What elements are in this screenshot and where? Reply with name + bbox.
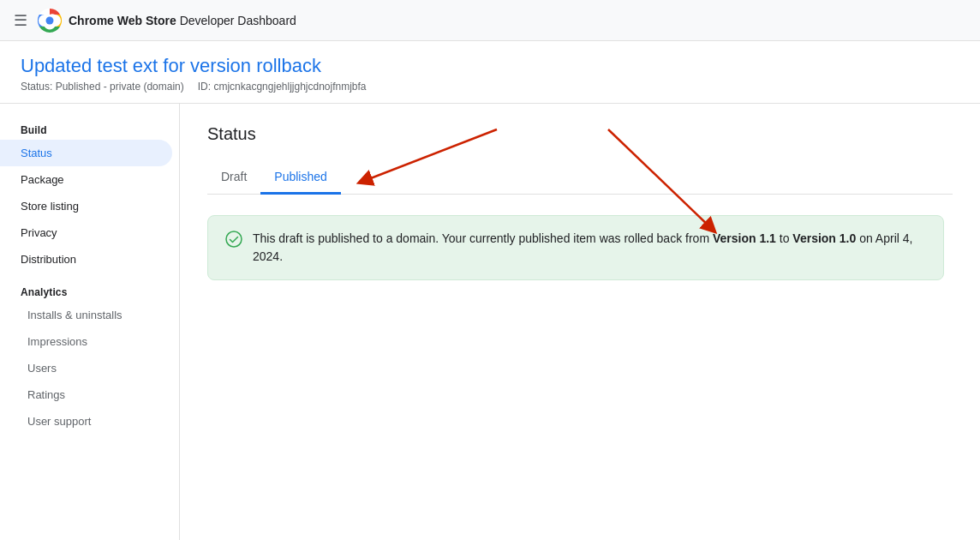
topbar: ☰ Chrome Web Store Developer Dashboard [0,0,980,41]
status-message-box: This draft is published to a domain. You… [207,215,944,280]
sidebar-item-installs[interactable]: Installs & uninstalls [0,302,172,328]
sidebar-build-label: Build [0,117,179,140]
version-to: Version 1.0 [792,231,856,245]
logo-container: Chrome Web Store Developer Dashboard [38,9,296,33]
sidebar-analytics-label: Analytics [0,279,179,302]
sidebar-item-distribution[interactable]: Distribution [0,246,172,273]
extension-id-label: ID: cmjcnkacgngjehljjghjcdnojfnmjbfa [198,81,367,93]
check-circle-icon [225,231,242,248]
chrome-logo-icon [38,9,62,33]
sidebar-item-users[interactable]: Users [0,355,172,381]
sidebar-item-user-support[interactable]: User support [0,408,172,435]
svg-point-2 [46,16,54,24]
tab-draft[interactable]: Draft [207,161,260,195]
menu-icon[interactable]: ☰ [14,11,27,30]
topbar-app-title: Chrome Web Store Developer Dashboard [69,14,296,27]
section-title: Status [207,124,953,144]
sidebar-item-ratings[interactable]: Ratings [0,381,172,408]
main-layout: Build Status Package Store listing Priva… [0,104,980,540]
sidebar-item-impressions[interactable]: Impressions [0,328,172,355]
page-header: Updated test ext for version rollback St… [0,41,980,104]
sidebar-item-store-listing[interactable]: Store listing [0,193,172,219]
tabs-container: Draft Published [207,161,953,195]
tab-published[interactable]: Published [260,161,341,195]
page-header-meta: Status: Published - private (domain) ID:… [21,81,959,93]
status-text-middle: to [776,231,792,245]
version-from: Version 1.1 [713,231,776,245]
page-title: Updated test ext for version rollback [21,55,959,77]
status-label: Status: Published - private (domain) [21,81,184,93]
sidebar: Build Status Package Store listing Priva… [0,104,180,540]
main-content: Status Draft Published This draft is pub… [180,104,980,540]
sidebar-item-privacy[interactable]: Privacy [0,219,172,246]
status-text-before: This draft is published to a domain. You… [253,231,713,245]
status-message-text: This draft is published to a domain. You… [253,230,926,266]
sidebar-item-package[interactable]: Package [0,166,172,193]
svg-point-3 [226,231,242,247]
sidebar-item-status[interactable]: Status [0,140,172,166]
